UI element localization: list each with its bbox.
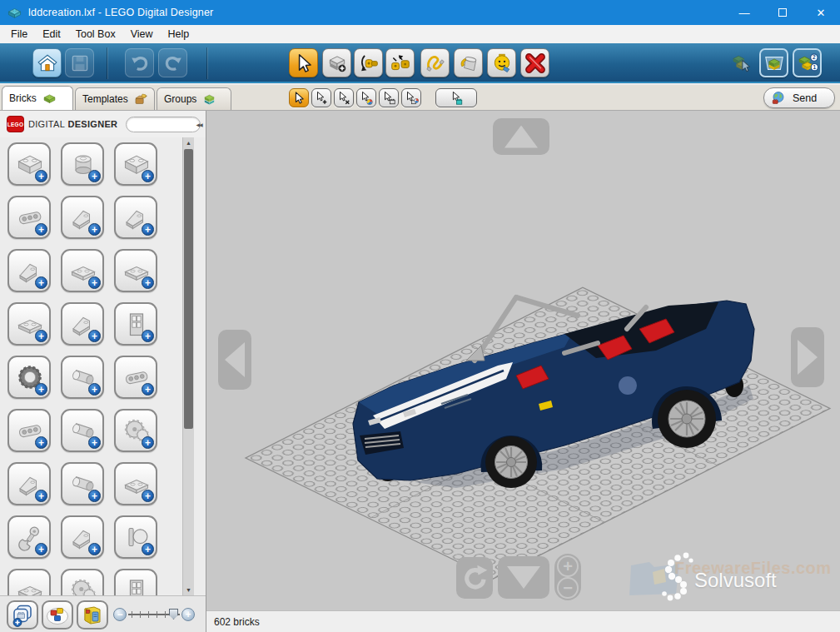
- add-brick-badge[interactable]: +: [142, 436, 154, 449]
- 3d-viewport[interactable]: + − FreewareFiles.com Solvusoft: [206, 111, 840, 610]
- palette-item-brick-round-2x2[interactable]: +: [61, 142, 104, 186]
- select-by-shape-button[interactable]: [379, 88, 399, 107]
- palette-item-ship-steering-wheel[interactable]: +: [61, 569, 104, 595]
- add-brick-badge[interactable]: +: [88, 383, 101, 396]
- palette-item-wedge-plate[interactable]: +: [114, 249, 157, 292]
- select-by-color-button[interactable]: [356, 88, 376, 107]
- clone-tool-button[interactable]: [322, 48, 351, 77]
- palette-item-minifig-wrench[interactable]: +: [7, 515, 51, 559]
- hinge-tool-button[interactable]: [354, 48, 383, 77]
- select-connected-button[interactable]: [435, 88, 477, 107]
- select-by-shape-and-color-button[interactable]: [401, 88, 421, 107]
- add-brick-badge[interactable]: +: [88, 170, 101, 182]
- palette-item-brick-2x3[interactable]: +: [7, 142, 51, 186]
- rotate-view-button[interactable]: [456, 557, 493, 599]
- add-brick-badge[interactable]: +: [35, 383, 47, 396]
- palette-item-technic-liftarm[interactable]: +: [7, 409, 51, 452]
- minimize-button[interactable]: —: [725, 0, 763, 25]
- add-brick-badge[interactable]: +: [88, 276, 101, 289]
- add-brick-badge[interactable]: +: [88, 330, 101, 342]
- add-brick-badge[interactable]: +: [142, 170, 154, 182]
- send-button[interactable]: Send: [763, 87, 835, 108]
- palette-item-brick-curved-top[interactable]: +: [7, 249, 51, 292]
- redo-button[interactable]: [158, 48, 187, 77]
- pan-right-button[interactable]: [791, 327, 824, 387]
- undo-button[interactable]: [125, 48, 154, 77]
- zoom-out-icon[interactable]: −: [113, 608, 127, 621]
- show-all-bricks-button[interactable]: [7, 600, 38, 630]
- palette-zoom-slider[interactable]: − +: [113, 607, 195, 622]
- menu-view[interactable]: View: [123, 27, 161, 42]
- tab-templates[interactable]: Templates: [75, 87, 155, 110]
- pan-up-button[interactable]: [493, 118, 549, 155]
- select-tool-button[interactable]: [289, 48, 318, 77]
- collapse-panel-icon[interactable]: ◀◀: [194, 116, 204, 132]
- palette-item-technic-pin[interactable]: +: [61, 409, 104, 452]
- close-button[interactable]: ✕: [802, 0, 840, 25]
- pan-down-button[interactable]: [498, 556, 549, 599]
- palette-item-slope-brick-inverted[interactable]: +: [114, 196, 157, 239]
- palette-item-gear-wheels[interactable]: +: [114, 409, 157, 452]
- flex-tool-button[interactable]: [420, 48, 450, 77]
- add-brick-badge[interactable]: +: [88, 436, 101, 449]
- add-brick-badge[interactable]: +: [88, 490, 101, 502]
- palette-item-round-sign-panel[interactable]: +: [114, 515, 157, 559]
- add-brick-badge[interactable]: +: [142, 330, 154, 342]
- view-mode-button[interactable]: [759, 48, 788, 77]
- add-brick-badge[interactable]: +: [35, 436, 47, 449]
- hide-tool-button[interactable]: [487, 48, 516, 77]
- add-brick-badge[interactable]: +: [35, 276, 47, 289]
- slider-handle[interactable]: [169, 609, 178, 620]
- zoom-in-icon[interactable]: +: [181, 608, 195, 621]
- save-button[interactable]: [65, 48, 94, 77]
- palette-scrollbar[interactable]: ▲ ▼: [182, 137, 194, 595]
- palette-item-brick-1x1-side-stud[interactable]: +: [114, 142, 157, 186]
- select-remove-button[interactable]: [334, 88, 354, 107]
- tab-groups[interactable]: Groups: [157, 87, 231, 110]
- scrollbar-thumb[interactable]: [184, 149, 193, 429]
- menu-edit[interactable]: Edit: [35, 27, 68, 42]
- palette-item-wheel-with-tire[interactable]: +: [7, 356, 51, 399]
- palette-item-road-plate[interactable]: +: [114, 462, 157, 505]
- add-brick-badge[interactable]: +: [88, 543, 101, 555]
- add-brick-badge[interactable]: +: [142, 276, 154, 289]
- palette-item-technic-beam[interactable]: +: [114, 356, 157, 399]
- pan-left-button[interactable]: [218, 330, 251, 390]
- palette-item-plate-with-pole[interactable]: +: [7, 569, 51, 595]
- add-brick-badge[interactable]: +: [35, 543, 47, 555]
- tab-bricks[interactable]: Bricks: [2, 86, 73, 110]
- palette-item-technic-tube[interactable]: +: [61, 462, 104, 505]
- menu-file[interactable]: File: [3, 27, 35, 42]
- add-brick-badge[interactable]: +: [142, 383, 154, 396]
- building-guide-mode-button[interactable]: 2 1: [793, 48, 822, 77]
- add-brick-badge[interactable]: +: [88, 223, 101, 236]
- palette-item-technic-brick-1x4[interactable]: +: [7, 196, 51, 239]
- add-brick-badge[interactable]: +: [35, 223, 47, 236]
- home-button[interactable]: [32, 48, 62, 77]
- palette-item-car-roof-panel[interactable]: +: [7, 462, 51, 505]
- palette-box-button[interactable]: [77, 600, 108, 630]
- add-brick-badge[interactable]: +: [35, 330, 47, 342]
- select-single-button[interactable]: [289, 88, 309, 107]
- zoom-in-button[interactable]: +: [557, 555, 579, 577]
- add-brick-badge[interactable]: +: [35, 490, 47, 502]
- scroll-up-icon[interactable]: ▲: [183, 137, 194, 148]
- build-mode-button[interactable]: [726, 48, 755, 77]
- palette-item-vehicle-cockpit[interactable]: +: [61, 302, 104, 346]
- select-add-button[interactable]: [311, 88, 331, 107]
- filter-by-color-button[interactable]: [42, 600, 73, 630]
- hinge-align-tool-button[interactable]: [385, 48, 415, 77]
- add-brick-badge[interactable]: +: [35, 170, 47, 182]
- menu-help[interactable]: Help: [161, 27, 197, 42]
- maximize-button[interactable]: [763, 0, 802, 25]
- palette-item-plate-2x2[interactable]: +: [61, 249, 104, 292]
- palette-item-door-with-panes[interactable]: +: [114, 302, 157, 346]
- palette-item-plate-with-clip[interactable]: +: [7, 302, 51, 346]
- palette-item-slope-brick-2x2[interactable]: +: [61, 196, 104, 239]
- add-brick-badge[interactable]: +: [142, 223, 154, 236]
- menu-toolbox[interactable]: Tool Box: [68, 27, 123, 42]
- delete-tool-button[interactable]: [520, 48, 549, 77]
- scroll-down-icon[interactable]: ▼: [183, 585, 194, 595]
- palette-item-electric-motor[interactable]: +: [61, 356, 104, 399]
- brick-search-input[interactable]: [126, 117, 201, 132]
